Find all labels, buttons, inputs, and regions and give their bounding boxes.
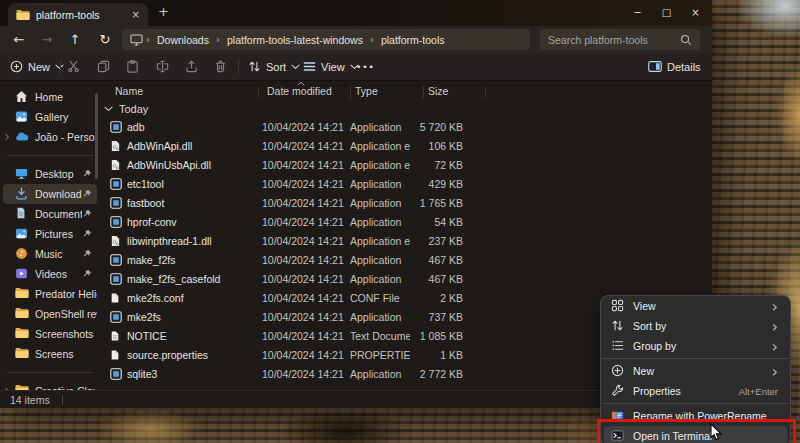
submenu-arrow-icon: › xyxy=(772,337,778,356)
cut-icon[interactable] xyxy=(67,53,80,80)
new-tab-button[interactable]: + xyxy=(158,4,169,19)
group-list-icon xyxy=(611,339,625,353)
menu-item-group-by[interactable]: Group by › xyxy=(604,336,787,356)
menu-item-sort-by[interactable]: Sort by › xyxy=(604,316,787,336)
sidebar-item-gallery[interactable]: Gallery xyxy=(3,107,97,127)
chevron-right-icon[interactable] xyxy=(4,229,14,239)
sidebar-item-openshell-review[interactable]: OpenShell review xyxy=(3,304,97,324)
breadcrumb-item[interactable]: platform-tools-latest-windows xyxy=(227,34,363,46)
maximize-button[interactable]: □ xyxy=(652,0,681,24)
file-row[interactable]: make_f2fs 10/04/2024 14:21 Application 4… xyxy=(100,250,712,269)
view-button[interactable]: View xyxy=(303,53,359,80)
forward-button[interactable]: → xyxy=(36,29,58,50)
delete-icon[interactable] xyxy=(214,53,227,80)
chevron-right-icon[interactable] xyxy=(4,92,14,102)
submenu-arrow-icon: › xyxy=(772,317,778,336)
more-options-button[interactable]: ••• xyxy=(356,53,375,80)
details-pane-button[interactable]: Details xyxy=(648,53,701,80)
menu-item-new[interactable]: New › xyxy=(604,361,787,381)
sidebar-item-screens[interactable]: Screens xyxy=(3,344,97,364)
sort-button[interactable]: Sort xyxy=(248,53,300,80)
tab-close-icon[interactable]: × xyxy=(132,9,140,20)
minimize-button[interactable]: ─ xyxy=(623,0,652,24)
share-icon[interactable] xyxy=(185,53,198,80)
submenu-arrow-icon: › xyxy=(772,362,778,381)
column-header-name[interactable]: Name xyxy=(115,85,143,97)
chevron-right-icon[interactable] xyxy=(4,209,14,219)
file-row[interactable]: adb 10/04/2024 14:21 Application 5 720 K… xyxy=(100,117,712,136)
sort-arrows-icon xyxy=(611,319,625,333)
view-list-icon xyxy=(303,60,316,73)
desktop-icon xyxy=(15,167,29,181)
documents-icon xyxy=(15,207,29,221)
breadcrumb-separator: › xyxy=(146,34,150,45)
column-header-date[interactable]: Date modified xyxy=(267,85,332,97)
back-button[interactable]: ← xyxy=(8,29,30,50)
menu-item-view[interactable]: View › xyxy=(604,296,787,316)
file-row[interactable]: make_f2fs_casefold 10/04/2024 14:21 Appl… xyxy=(100,269,712,288)
chevron-right-icon[interactable] xyxy=(4,189,14,199)
plus-circle-icon xyxy=(10,60,23,73)
paste-icon[interactable] xyxy=(126,53,139,80)
pin-icon xyxy=(82,209,93,220)
chevron-right-icon[interactable] xyxy=(4,132,14,142)
sidebar-item-creative-cloud-files[interactable]: Creative Cloud Files xyxy=(3,381,97,390)
tab-bar: platform-tools × + ─ □ × xyxy=(0,0,712,26)
sidebar-item-downloads[interactable]: Downloads xyxy=(3,184,97,204)
sidebar-item-home[interactable]: Home xyxy=(3,87,97,107)
address-bar[interactable]: › Downloads › platform-tools-latest-wind… xyxy=(122,29,530,50)
column-header-type[interactable]: Type xyxy=(355,85,378,97)
up-button[interactable]: ↑ xyxy=(64,29,86,50)
pin-icon xyxy=(82,269,93,280)
sidebar-item-jo-o-personal[interactable]: João - Personal xyxy=(3,127,97,147)
home-icon xyxy=(15,90,29,104)
sidebar-item-desktop[interactable]: Desktop xyxy=(3,164,97,184)
new-button[interactable]: New xyxy=(10,53,64,80)
command-toolbar: New Sort View ••• xyxy=(0,53,712,81)
file-row[interactable]: AdbWinApi.dll 10/04/2024 14:21 Applicati… xyxy=(100,136,712,155)
sidebar-item-pictures[interactable]: Pictures xyxy=(3,224,97,244)
folder-icon xyxy=(15,307,29,321)
sidebar-scrollbar[interactable] xyxy=(95,93,98,179)
chevron-right-icon[interactable] xyxy=(4,289,14,299)
file-row[interactable]: etc1tool 10/04/2024 14:21 Application 42… xyxy=(100,174,712,193)
mouse-cursor xyxy=(710,423,723,442)
copy-icon[interactable] xyxy=(97,53,110,80)
gallery-icon xyxy=(15,110,29,124)
sort-ascending-icon xyxy=(297,81,305,86)
sidebar-separator xyxy=(0,147,100,164)
menu-item-properties[interactable]: Properties Alt+Enter xyxy=(604,381,787,401)
breadcrumb-item[interactable]: Downloads xyxy=(157,34,209,46)
file-row[interactable]: libwinpthread-1.dll 10/04/2024 14:21 App… xyxy=(100,231,712,250)
svg-text:♪: ♪ xyxy=(19,249,24,258)
chevron-down-icon xyxy=(104,106,113,112)
item-count: 14 items xyxy=(10,394,50,406)
chevron-right-icon[interactable] xyxy=(4,249,14,259)
breadcrumb-item[interactable]: platform-tools xyxy=(381,34,445,46)
chevron-right-icon[interactable] xyxy=(4,169,14,179)
refresh-button[interactable]: ↻ xyxy=(94,29,116,50)
sidebar-item-videos[interactable]: Videos xyxy=(3,264,97,284)
close-button[interactable]: × xyxy=(681,0,710,24)
window-controls: ─ □ × xyxy=(623,0,710,24)
file-row[interactable]: fastboot 10/04/2024 14:21 Application 1 … xyxy=(100,193,712,212)
sidebar-item-music[interactable]: ♪ Music xyxy=(3,244,97,264)
search-box[interactable]: Search platform-tools xyxy=(540,29,700,50)
file-row[interactable]: AdbWinUsbApi.dll 10/04/2024 14:21 Applic… xyxy=(100,155,712,174)
breadcrumb-separator: › xyxy=(216,34,220,45)
file-row[interactable]: hprof-conv 10/04/2024 14:21 Application … xyxy=(100,212,712,231)
chevron-right-icon[interactable] xyxy=(4,269,14,279)
rename-icon[interactable] xyxy=(156,53,169,80)
explorer-tab[interactable]: platform-tools × xyxy=(8,3,148,26)
pin-icon xyxy=(82,229,93,240)
details-button-label: Details xyxy=(667,61,701,73)
group-header-today[interactable]: Today xyxy=(100,101,148,117)
chevron-right-icon[interactable] xyxy=(4,349,14,359)
sidebar-item-screenshots[interactable]: Screenshots xyxy=(3,324,97,344)
chevron-right-icon[interactable] xyxy=(4,112,14,122)
sidebar-item-predator-helios[interactable]: Predator Helios xyxy=(3,284,97,304)
column-header-size[interactable]: Size xyxy=(428,85,448,97)
chevron-right-icon[interactable] xyxy=(4,309,14,319)
sidebar-item-documents[interactable]: Documents xyxy=(3,204,97,224)
chevron-right-icon[interactable] xyxy=(4,329,14,339)
